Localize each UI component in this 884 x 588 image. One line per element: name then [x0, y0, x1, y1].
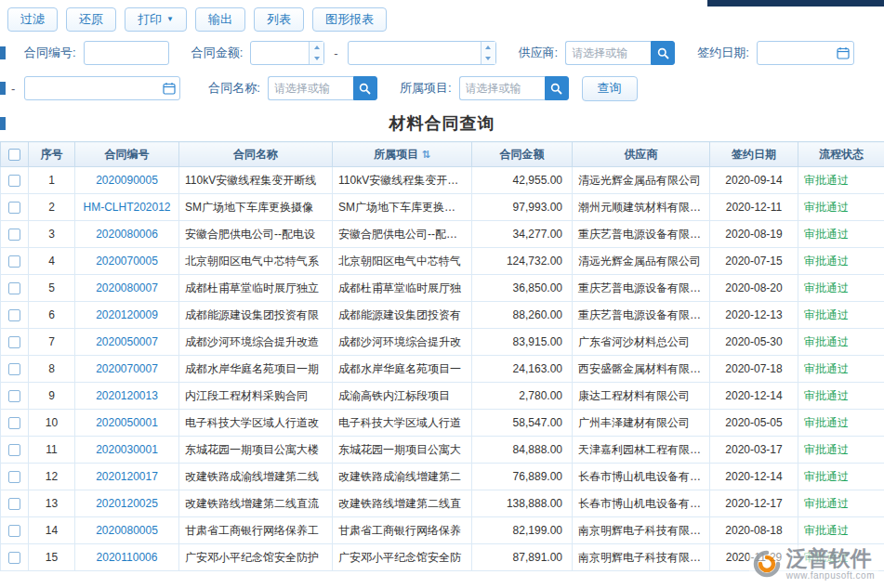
- serial-cell: 11: [29, 437, 75, 464]
- col-contract-code[interactable]: 合同编号: [75, 142, 179, 167]
- contract-code-link[interactable]: 2020110006: [97, 551, 158, 564]
- contract-code-link[interactable]: 2020120017: [96, 470, 158, 483]
- table-row: 7 2020050007 成都沙河环境综合提升改造 成都沙河环境综合提升改 83…: [1, 329, 884, 356]
- project-cell: 安徽合肥供电公司--配电设: [333, 221, 472, 248]
- row-checkbox[interactable]: [8, 444, 20, 456]
- amount-max-stepper: [348, 41, 496, 65]
- search-icon: [550, 83, 562, 95]
- project-search-button[interactable]: [545, 76, 569, 100]
- contract-code-link[interactable]: 2020080006: [96, 228, 158, 241]
- supplier-search-button[interactable]: [651, 41, 675, 65]
- contract-name-search-input[interactable]: [268, 76, 353, 100]
- contract-code-link[interactable]: 2020070005: [96, 255, 158, 268]
- row-checkbox[interactable]: [8, 498, 20, 510]
- row-checkbox[interactable]: [8, 552, 20, 564]
- contract-code-link[interactable]: 2020080007: [96, 281, 158, 294]
- spinner-buttons: [481, 42, 495, 64]
- row-checkbox-cell: [1, 329, 29, 356]
- col-supplier[interactable]: 供应商: [573, 142, 710, 167]
- reset-button[interactable]: 还原: [66, 7, 116, 32]
- amount-cell: 97,993.00: [472, 194, 573, 221]
- contract-code-link[interactable]: 2020050001: [96, 416, 158, 429]
- spinner-up-icon[interactable]: [310, 42, 323, 53]
- panel-edge-marker: [0, 46, 6, 59]
- row-checkbox[interactable]: [8, 282, 20, 294]
- row-checkbox[interactable]: [8, 175, 20, 187]
- row-checkbox-cell: [1, 356, 29, 383]
- filter-button[interactable]: 过滤: [7, 7, 58, 32]
- contract-name-cell: 成都水岸华庭名苑项目一期: [179, 356, 333, 383]
- spinner-down-icon[interactable]: [310, 53, 323, 64]
- sign-date-to-input[interactable]: [24, 76, 180, 100]
- col-serial[interactable]: 序号: [29, 142, 75, 167]
- calendar-icon[interactable]: [163, 82, 176, 95]
- serial-cell: 2: [29, 194, 75, 221]
- contract-code-link[interactable]: 2020070007: [96, 362, 158, 375]
- contract-code-cell: 2020030001: [75, 437, 179, 464]
- contract-code-link[interactable]: 2020090005: [96, 174, 158, 187]
- query-button[interactable]: 查询: [582, 76, 638, 101]
- date-cell: 2020-07-18: [710, 356, 798, 383]
- contract-code-link[interactable]: 2020030001: [96, 443, 158, 456]
- list-view-button[interactable]: 列表: [254, 7, 304, 32]
- row-checkbox[interactable]: [8, 525, 20, 537]
- status-badge: 审批通过: [804, 443, 849, 456]
- row-checkbox[interactable]: [8, 363, 20, 375]
- supplier-cell: 广州丰泽建材有限公司: [573, 410, 710, 437]
- serial-cell: 6: [29, 302, 75, 329]
- contract-code-link[interactable]: 2020120025: [96, 497, 158, 510]
- status-cell: 审批通过: [798, 517, 884, 544]
- supplier-search-input[interactable]: [565, 41, 651, 65]
- project-search-input[interactable]: [459, 76, 545, 100]
- status-badge: 审批通过: [804, 228, 849, 241]
- graph-report-button[interactable]: 图形报表: [312, 7, 387, 32]
- row-checkbox[interactable]: [8, 471, 20, 483]
- row-checkbox[interactable]: [8, 309, 20, 321]
- contract-code-link[interactable]: 2020080005: [96, 524, 158, 537]
- calendar-icon[interactable]: [837, 46, 850, 59]
- sort-icon[interactable]: ⇅: [422, 149, 430, 160]
- amount-cell: 82,199.00: [472, 517, 573, 544]
- contract-code-link[interactable]: 2020050007: [96, 335, 158, 348]
- row-checkbox[interactable]: [8, 390, 20, 402]
- date-cell: 2020-12-11: [710, 194, 798, 221]
- export-button[interactable]: 输出: [195, 7, 245, 32]
- supplier-cell: 天津嘉利园林工程有限公司: [573, 437, 710, 464]
- select-all-checkbox[interactable]: [8, 149, 20, 161]
- row-checkbox-cell: [1, 248, 29, 275]
- status-badge: 审批通过: [804, 174, 849, 187]
- row-checkbox[interactable]: [8, 417, 20, 429]
- col-sign-date[interactable]: 签约日期: [710, 142, 798, 167]
- row-checkbox[interactable]: [8, 336, 20, 348]
- status-badge: 审批通过: [804, 389, 849, 402]
- amount-max-input[interactable]: [348, 41, 496, 65]
- print-button[interactable]: 打印 ▼: [125, 7, 187, 32]
- filter-row-1: 合同编号: 合同金额: - 供应商: 签约日期:: [0, 35, 884, 71]
- spinner-down-icon[interactable]: [482, 53, 495, 64]
- table-row: 6 2020120009 成都能源建设集团投资有限 成都能源建设集团投资有 88…: [1, 302, 884, 329]
- panel-edge-marker: [0, 117, 6, 130]
- contract-no-input[interactable]: [84, 41, 169, 65]
- col-contract-name[interactable]: 合同名称: [179, 142, 333, 167]
- table-row: 8 2020070007 成都水岸华庭名苑项目一期 成都水岸华庭名苑项目一 24…: [1, 356, 884, 383]
- amount-cell: 83,915.00: [472, 329, 573, 356]
- row-checkbox[interactable]: [8, 229, 20, 241]
- contract-code-link[interactable]: 2020120009: [96, 308, 158, 321]
- col-amount[interactable]: 合同金额: [472, 142, 573, 167]
- project-search: [459, 76, 569, 100]
- col-project[interactable]: 所属项目⇅: [333, 142, 472, 167]
- contract-code-link[interactable]: HM-CLHT202012: [83, 201, 170, 214]
- project-cell: 电子科技大学区域人行道: [333, 410, 472, 437]
- spinner-up-icon[interactable]: [482, 42, 495, 53]
- project-cell: 甘肃省工商银行网络保养: [333, 517, 472, 544]
- supplier-cell: 康达工程材料有限公司: [573, 383, 710, 410]
- row-checkbox[interactable]: [8, 202, 20, 214]
- table-row: 5 2020080007 成都杜甫草堂临时展厅独立 成都杜甫草堂临时展厅独 36…: [1, 275, 884, 302]
- contract-name-search-button[interactable]: [353, 76, 377, 100]
- row-checkbox-cell: [1, 302, 29, 329]
- col-status[interactable]: 流程状态: [798, 142, 884, 167]
- supplier-cell: 清远光辉金属品有限公司: [573, 248, 710, 275]
- amount-cell: 58,547.00: [472, 410, 573, 437]
- contract-code-link[interactable]: 2020120013: [96, 389, 158, 402]
- row-checkbox[interactable]: [8, 255, 20, 268]
